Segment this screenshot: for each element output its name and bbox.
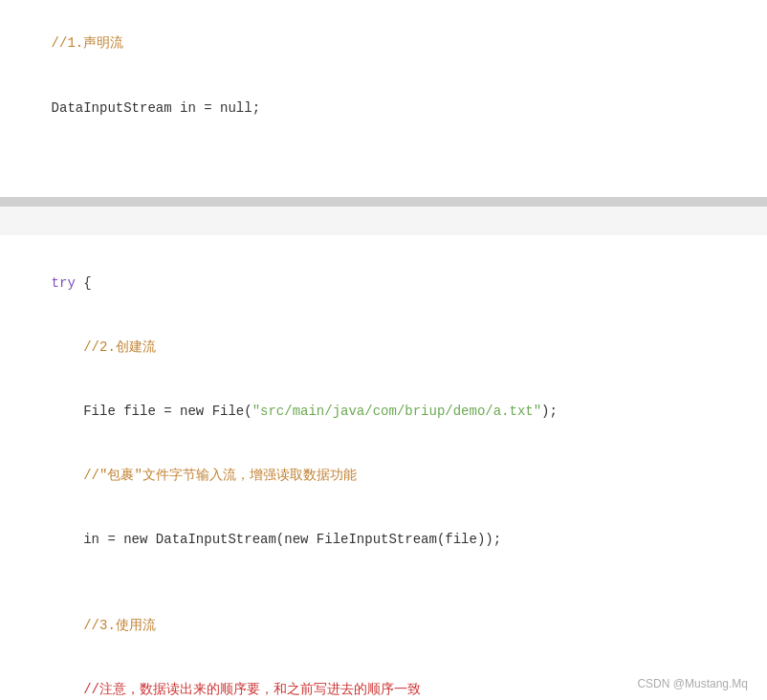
watermark: CSDN @Mustang.Mq bbox=[637, 677, 748, 690]
file-code-text: File file = new File("src/main/java/com/… bbox=[52, 404, 558, 419]
comment-5-text: //注意，数据读出来的顺序要，和之前写进去的顺序一致 bbox=[52, 682, 421, 697]
brace-open: { bbox=[76, 275, 92, 291]
dis-line: in = new DataInputStream(new FileInputSt… bbox=[19, 508, 748, 572]
file-line: File file = new File("src/main/java/com/… bbox=[19, 380, 748, 444]
bottom-code-section: try { //2.创建流 File file = new File("src/… bbox=[0, 235, 767, 700]
try-keyword: try bbox=[52, 275, 76, 291]
comment-3-text: //"包裹"文件字节输入流，增强读取数据功能 bbox=[52, 468, 357, 483]
file-path-string: "src/main/java/com/briup/demo/a.txt" bbox=[252, 404, 541, 419]
try-line: try { bbox=[19, 251, 748, 315]
comment-line-2: //2.创建流 bbox=[19, 316, 748, 380]
section-divider bbox=[0, 197, 767, 207]
dis-code-text: in = new DataInputStream(new FileInputSt… bbox=[52, 532, 501, 547]
comment-line-1: //1.声明流 bbox=[19, 11, 748, 76]
comment-2-text: //2.创建流 bbox=[52, 339, 156, 355]
empty-line-1 bbox=[19, 572, 748, 593]
code-1-text: DataInputStream in = null; bbox=[52, 100, 260, 116]
comment-4-text: //3.使用流 bbox=[52, 618, 156, 633]
top-code-section: //1.声明流 DataInputStream in = null; bbox=[0, 0, 767, 197]
code-line-1: DataInputStream in = null; bbox=[19, 76, 748, 140]
comment-1-text: //1.声明流 bbox=[52, 35, 124, 51]
comment-line-4: //3.使用流 bbox=[19, 594, 748, 658]
section-gap bbox=[0, 207, 767, 235]
comment-line-3: //"包裹"文件字节输入流，增强读取数据功能 bbox=[19, 444, 748, 508]
